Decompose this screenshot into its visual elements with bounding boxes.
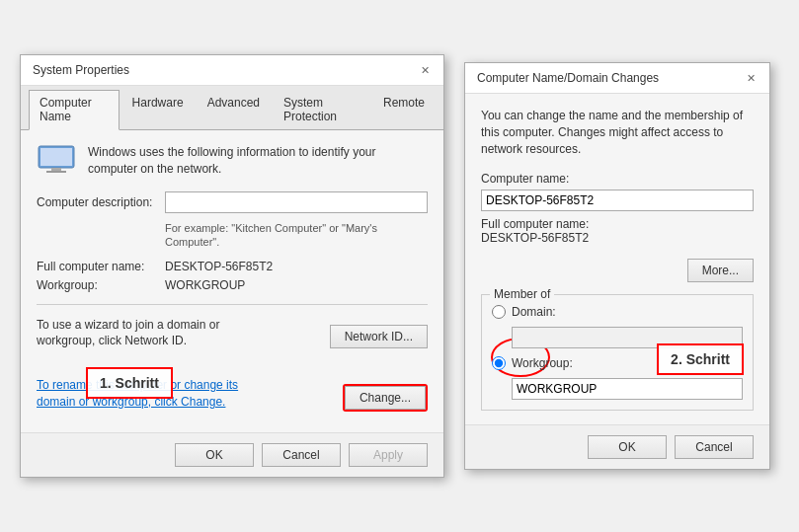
tab-system-protection[interactable]: System Protection — [273, 90, 370, 129]
wizard-section: To use a wizard to join a domain or work… — [37, 317, 428, 358]
domain-option: Domain: — [492, 305, 743, 319]
tab-content-computer-name: Windows uses the following information t… — [21, 130, 443, 431]
svg-rect-1 — [40, 148, 72, 166]
fullname-row: Full computer name: DESKTOP-56F85T2 — [37, 260, 428, 273]
domain-dialog-titlebar: Computer Name/Domain Changes ✕ — [465, 63, 769, 94]
workgroup-value: WORKGROUP — [165, 278, 245, 292]
domain-label: Domain: — [512, 305, 556, 319]
apply-button[interactable]: Apply — [349, 443, 428, 467]
tab-computer-name[interactable]: Computer Name — [29, 90, 120, 130]
svg-rect-3 — [46, 171, 66, 173]
domain-changes-dialog: Computer Name/Domain Changes ✕ You can c… — [464, 62, 770, 469]
step2-annotation: 2. Schritt — [657, 343, 744, 375]
change-btn-highlight: Change... — [343, 384, 428, 412]
domain-cancel-button[interactable]: Cancel — [675, 435, 754, 459]
fullname-label: Full computer name: — [37, 260, 165, 273]
tab-hardware[interactable]: Hardware — [121, 90, 195, 129]
tab-advanced[interactable]: Advanced — [197, 90, 271, 129]
full-computer-name-label: Full computer name: — [481, 217, 589, 231]
domain-dialog-close-icon[interactable]: ✕ — [744, 71, 758, 85]
bottom-bar: OK Cancel Apply — [21, 432, 443, 477]
system-props-titlebar: System Properties ✕ — [21, 55, 443, 86]
domain-bottom-bar: OK Cancel — [465, 424, 769, 469]
divider1 — [37, 304, 428, 305]
computer-name-label: Computer name: — [481, 172, 754, 186]
network-id-button[interactable]: Network ID... — [330, 325, 428, 348]
wizard-text: To use a wizard to join a domain or work… — [37, 317, 274, 350]
full-computer-name-row: Full computer name: DESKTOP-56F85T2 — [481, 217, 754, 245]
domain-content: You can change the name and the membersh… — [465, 94, 769, 423]
tabs-container: Computer Name Hardware Advanced System P… — [21, 86, 443, 130]
workgroup-row: Workgroup: WORKGROUP — [37, 278, 428, 292]
tab-remote[interactable]: Remote — [372, 90, 436, 129]
cancel-button[interactable]: Cancel — [262, 443, 341, 467]
domain-radio[interactable] — [492, 305, 506, 319]
change-button[interactable]: Change... — [345, 386, 426, 410]
ok-button[interactable]: OK — [175, 443, 254, 467]
workgroup-label: Workgroup: — [37, 278, 165, 292]
system-props-title: System Properties — [33, 63, 129, 77]
more-button[interactable]: More... — [687, 259, 754, 282]
desc-row: Computer description: — [37, 191, 428, 213]
computer-name-input[interactable] — [481, 190, 754, 211]
desc-input[interactable] — [165, 191, 428, 213]
wizard-row: To use a wizard to join a domain or work… — [37, 317, 428, 358]
domain-ok-button[interactable]: OK — [588, 435, 667, 459]
info-section: Windows uses the following information t… — [37, 144, 428, 178]
info-text: Windows uses the following information t… — [88, 144, 428, 178]
more-btn-row: More... — [481, 259, 754, 282]
workgroup-radio[interactable] — [492, 356, 506, 370]
domain-desc: You can change the name and the membersh… — [481, 108, 754, 157]
svg-rect-2 — [51, 168, 61, 171]
fullname-value: DESKTOP-56F85T2 — [165, 260, 273, 273]
full-computer-name-value: DESKTOP-56F85T2 — [481, 231, 589, 245]
member-section-wrapper: 2. Schritt Member of Domain: Workgroup: — [481, 294, 754, 411]
hint-text: For example: "Kitchen Computer" or "Mary… — [165, 221, 428, 250]
member-of-legend: Member of — [490, 287, 554, 301]
domain-dialog-title: Computer Name/Domain Changes — [477, 71, 659, 85]
workgroup-input[interactable] — [512, 378, 743, 400]
system-properties-dialog: System Properties ✕ Computer Name Hardwa… — [20, 54, 444, 477]
computer-icon — [37, 144, 76, 176]
desc-label: Computer description: — [37, 195, 165, 209]
rename-section: 1. Schritt To rename this computer or ch… — [37, 377, 428, 418]
step1-annotation: 1. Schritt — [86, 367, 173, 399]
workgroup-radio-label: Workgroup: — [512, 356, 573, 370]
system-props-close-icon[interactable]: ✕ — [418, 63, 432, 77]
